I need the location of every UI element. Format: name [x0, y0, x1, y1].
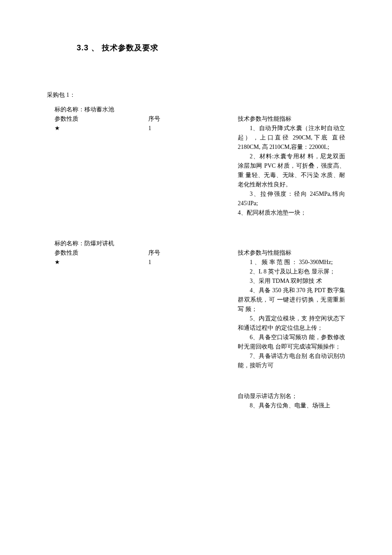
- seq-value: 1: [148, 258, 238, 267]
- package-label: 采购包 1：: [47, 91, 345, 99]
- header-row: 参数性质 序号 技术参数与性能指标: [55, 248, 345, 258]
- tech-para: 7、具备讲话方电台别 名自动识别功能，接听方可: [238, 352, 345, 370]
- tech-body: 1、自动升降式水囊（注水时自动立起），上口直径 290CM,下底 直径 2180…: [238, 124, 345, 218]
- tech-para: 1、自动升降式水囊（注水时自动立起），上口直径 290CM,下底 直径 2180…: [238, 124, 345, 152]
- seq-header: 序号: [148, 114, 238, 124]
- tech-para: 2、L 8 英寸及以上彩色 显示屏；: [238, 267, 345, 276]
- spec-block: 标的名称：防爆对讲机 参数性质 序号 技术参数与性能指标 ★ 1 1 、 频 率…: [55, 239, 345, 370]
- tech-para: 3、拉伸强度：径向 245MPa,纬向 245\IPa;: [238, 189, 345, 208]
- footer-tech-body: 自动显示讲话方别名； 8、具备方位角、电量、场强上: [238, 392, 345, 410]
- data-row: ★ 1 1 、 频 率 范 围 ： 350-390MHz; 2、L 8 英寸及以…: [55, 258, 345, 370]
- param-nature-header: 参数性质: [55, 114, 148, 124]
- tech-header: 技术参数与性能指标: [238, 248, 345, 258]
- tech-para: 2、材料:水囊专用材 料，尼龙双面涂层加网 PVC 材质，可折叠，强度高、重 量…: [238, 152, 345, 189]
- item-name: 标的名称：移动蓄水池: [55, 105, 148, 114]
- seq-value: 1: [148, 124, 238, 133]
- tech-para: 5、内置定位模块，支 持空闲状态下和通话过程中 的定位信息上传；: [238, 314, 345, 333]
- param-nature-header: 参数性质: [55, 248, 148, 258]
- star-marker: ★: [55, 258, 148, 267]
- item-name: 标的名称：防爆对讲机: [55, 239, 148, 248]
- item-name-row: 标的名称：移动蓄水池: [55, 105, 345, 114]
- footer-block: 自动显示讲话方别名； 8、具备方位角、电量、场强上: [55, 392, 345, 410]
- tech-para: 4、配同材质水池垫一块；: [238, 208, 345, 218]
- tech-para: 8、具备方位角、电量、场强上: [238, 401, 345, 410]
- tech-para: 6、具备空口读写频功 能，参数修改时无需回收电 台即可完成读写频操作；: [238, 333, 345, 352]
- header-row: 参数性质 序号 技术参数与性能指标: [55, 114, 345, 124]
- section-heading: 3.3 、 技术参数及要求: [77, 43, 345, 53]
- data-row: ★ 1 1、自动升降式水囊（注水时自动立起），上口直径 290CM,下底 直径 …: [55, 124, 345, 218]
- spec-block: 标的名称：移动蓄水池 参数性质 序号 技术参数与性能指标 ★ 1 1、自动升降式…: [55, 105, 345, 218]
- tech-para: 1 、 频 率 范 围 ： 350-390MHz;: [238, 258, 345, 267]
- tech-body: 1 、 频 率 范 围 ： 350-390MHz; 2、L 8 英寸及以上彩色 …: [238, 258, 345, 370]
- item-name-row: 标的名称：防爆对讲机: [55, 239, 345, 248]
- tech-header: 技术参数与性能指标: [238, 114, 345, 124]
- tech-para: 3、采用 TDMA 双时隙技 术: [238, 276, 345, 286]
- tech-para: 4、具备 350 兆和 370 兆 PDT 数字集群双系统，可 一键进行切换，无…: [238, 286, 345, 314]
- seq-header: 序号: [148, 248, 238, 258]
- document-page: 3.3 、 技术参数及要求 采购包 1： 标的名称：移动蓄水池 参数性质 序号 …: [0, 0, 392, 436]
- star-marker: ★: [55, 124, 148, 133]
- tech-para: 自动显示讲话方别名；: [238, 392, 345, 401]
